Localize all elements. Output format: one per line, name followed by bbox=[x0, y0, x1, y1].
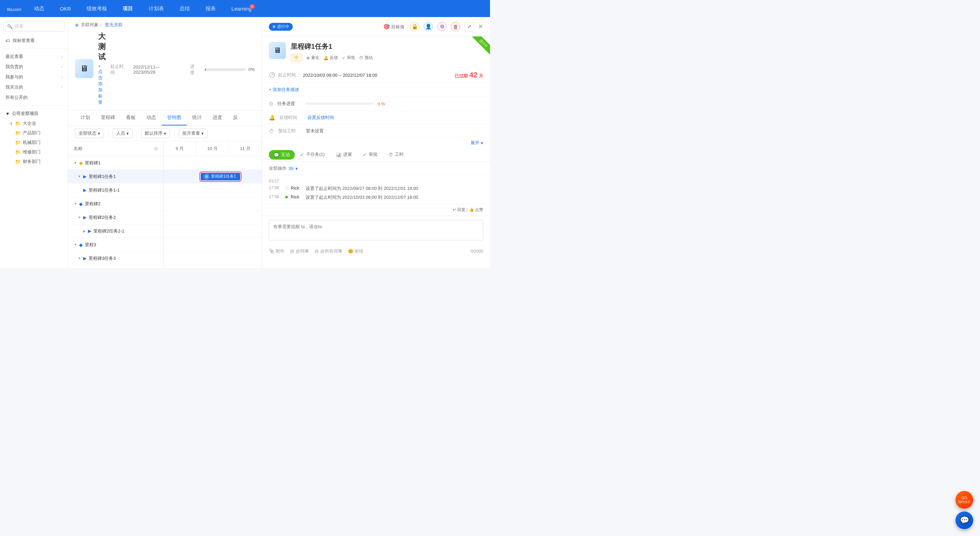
task-info: 里程碑1任务1 中 ⊕ 量化 🔔 反馈 ✓ 审批 bbox=[291, 42, 483, 62]
nav-dongtai[interactable]: 动态 bbox=[31, 4, 47, 13]
action-tab-approval[interactable]: ✓ 审批 bbox=[358, 148, 383, 162]
folder-icon: 📁 bbox=[15, 159, 21, 164]
progress-section: ⊙ 任务进度 0 % bbox=[262, 96, 490, 111]
sidebar-folder-product[interactable]: 📁 产品部门 bbox=[0, 128, 68, 138]
nav-baobiao[interactable]: 报表 bbox=[203, 4, 218, 13]
tab-tongji[interactable]: 统计 bbox=[187, 110, 207, 126]
sidebar-recent[interactable]: 最近查看 › bbox=[0, 51, 68, 62]
at-icon: @ bbox=[290, 249, 294, 254]
attachment-icon: 📎 bbox=[269, 249, 274, 254]
project-tabs: 计划 里程碑 看板 动态 甘特图 统计 进度 反 bbox=[68, 110, 262, 126]
nav-jihua[interactable]: 计划表 bbox=[146, 4, 167, 13]
badge-feedback[interactable]: 🔔 反馈 bbox=[323, 55, 338, 61]
tab-dongtai[interactable]: 动态 bbox=[141, 110, 162, 126]
user-icon[interactable]: 👤 bbox=[423, 22, 433, 31]
tab-fan[interactable]: 反 bbox=[228, 110, 243, 126]
close-btn[interactable]: ✕ bbox=[478, 23, 483, 30]
sidebar-participated[interactable]: 我参与的 › bbox=[0, 72, 68, 82]
gantt-header: 名称 ⊙ 9 月 10 月 11 月 bbox=[68, 141, 262, 156]
associated-value[interactable]: 暂无关联 bbox=[105, 22, 123, 28]
emoji-btn[interactable]: 😊 表情 bbox=[348, 248, 364, 254]
nav-jixiao[interactable]: 绩效考核 bbox=[84, 4, 110, 13]
priority-badge[interactable]: 中 bbox=[291, 54, 302, 62]
expand-icon[interactable]: ▼ bbox=[78, 175, 81, 178]
milestone-icon: ◆ bbox=[79, 242, 83, 247]
op-text: 设置了起止时间为 2022/10/03 08:00 到 2022/12/07 1… bbox=[305, 195, 483, 201]
tab-jindu[interactable]: 进度 bbox=[207, 110, 228, 126]
task-name-cell: ▼ ◆ 里程3 bbox=[68, 238, 164, 251]
feedback-time-value[interactable]: 设置反馈时间 bbox=[307, 115, 334, 121]
gantt-row: ▶ ▶ 里程碑3任务3-1 bbox=[68, 265, 262, 268]
at-all-btn[interactable]: @ @所有同事 bbox=[315, 248, 342, 254]
sidebar-folder-enterprise[interactable]: ▼ 📁 大企业 bbox=[0, 119, 68, 128]
filter-separator bbox=[108, 130, 108, 137]
sidebar-company-projects[interactable]: ▼ 公司全部项目 bbox=[0, 108, 68, 119]
progress-icon: ⊙ bbox=[269, 100, 273, 107]
badge-quantize[interactable]: ⊕ 量化 bbox=[306, 55, 319, 61]
filter-sort[interactable]: 默认排序 ▾ bbox=[141, 129, 170, 138]
add-description-btn[interactable]: + 添加任务描述 bbox=[262, 83, 490, 96]
op-date: 01/17 bbox=[269, 179, 483, 183]
tab-jihua[interactable]: 计划 bbox=[75, 110, 95, 126]
tab-gantt[interactable]: 甘特图 bbox=[162, 110, 187, 126]
filter-status[interactable]: 全部状态 ▾ bbox=[75, 129, 104, 138]
settings-icon[interactable]: ⊙ bbox=[154, 146, 158, 151]
chevron-down-icon[interactable]: ▾ bbox=[296, 166, 298, 171]
comment-input[interactable] bbox=[269, 220, 483, 240]
like-btn[interactable]: 👍 点赞 bbox=[469, 207, 483, 212]
tab-lichengbei[interactable]: 里程碑 bbox=[95, 110, 121, 126]
op-text: 设置了起止时间为 2022/09/27 08:00 到 2022/12/01 1… bbox=[305, 185, 483, 191]
nav-zongji[interactable]: 总结 bbox=[177, 4, 192, 13]
approval-icon2: ✓ bbox=[363, 152, 367, 157]
attachment-btn[interactable]: 📎 附件 bbox=[269, 248, 285, 254]
gantt-bar-area bbox=[164, 197, 262, 211]
expand-icon[interactable]: ▼ bbox=[73, 161, 77, 165]
sidebar-followed[interactable]: 我关注的 › bbox=[0, 82, 68, 93]
chevron-down-icon: ▼ bbox=[10, 122, 13, 126]
logo[interactable]: tita.com bbox=[7, 4, 21, 13]
filter-view[interactable]: 按月查看 ▾ bbox=[178, 129, 207, 138]
reply-icon: ↩ bbox=[453, 207, 456, 212]
sidebar-folder-machine[interactable]: 📁 机械部门 bbox=[0, 138, 68, 147]
expand-details-btn[interactable]: 展开 ▾ bbox=[471, 140, 483, 146]
chevron-right-icon: › bbox=[61, 75, 62, 79]
tab-kanban[interactable]: 看板 bbox=[121, 110, 141, 126]
lock-icon[interactable]: 🔒 bbox=[410, 22, 420, 31]
feedback-icon: 🔔 bbox=[323, 56, 328, 61]
sidebar-mine[interactable]: 我负责的 › bbox=[0, 62, 68, 72]
action-tab-subtask[interactable]: ✓ 子任务(1) bbox=[295, 148, 330, 162]
gantt-timeline-header: 9 月 10 月 11 月 bbox=[164, 141, 262, 156]
action-tab-progress[interactable]: 📊 进展 bbox=[330, 148, 358, 162]
nav-project[interactable]: 项目 bbox=[120, 4, 135, 13]
expand-icon[interactable]: ▼ bbox=[78, 215, 81, 219]
expand-icon[interactable]: ▶ bbox=[83, 229, 86, 233]
nav-learning[interactable]: LearningN bbox=[229, 5, 259, 13]
expand-icon[interactable]: ⤢ bbox=[465, 22, 474, 31]
trash-icon[interactable]: 🗑 bbox=[451, 22, 460, 31]
filter-person[interactable]: 人员 ▾ bbox=[113, 129, 132, 138]
expand-icon[interactable]: ▼ bbox=[73, 202, 77, 206]
nav-okr[interactable]: OKR bbox=[57, 5, 74, 13]
badge-estimate[interactable]: ⏱ 预估 bbox=[359, 55, 373, 61]
sidebar-by-tag[interactable]: 🏷 按标签查看 bbox=[0, 35, 68, 46]
search-input[interactable]: 🔍 搜索 bbox=[3, 21, 64, 31]
action-tab-hours[interactable]: ⏱ 工时 bbox=[383, 148, 409, 162]
sidebar-all-public[interactable]: 所有公开的 bbox=[0, 93, 68, 103]
folder-icon: 📁 bbox=[15, 149, 21, 155]
action-tab-interact[interactable]: 💬 互动 bbox=[269, 150, 295, 160]
expand-icon[interactable]: ▼ bbox=[73, 243, 77, 247]
at-colleague-btn[interactable]: @ @同事 bbox=[290, 248, 309, 254]
expand-icon[interactable]: ▼ bbox=[78, 257, 81, 260]
op-count: 35 bbox=[289, 166, 293, 171]
target-value-btn[interactable]: 🎯 目标值 bbox=[382, 22, 406, 31]
chevron-down-icon: ▾ bbox=[481, 140, 483, 145]
settings-icon[interactable]: ⚙ bbox=[437, 22, 447, 31]
badge-approval[interactable]: ✓ 审批 bbox=[342, 55, 355, 61]
add-tag-btn[interactable]: + 点击添加标签 bbox=[98, 64, 106, 105]
sidebar-folder-finance[interactable]: 📁 财务部门 bbox=[0, 157, 68, 166]
gantt-bar-task1[interactable]: 🖥 里程碑1任务1 bbox=[201, 173, 240, 180]
reply-btn[interactable]: ↩ 回复 bbox=[453, 207, 467, 212]
sidebar-folder-repair[interactable]: 📁 维修部门 bbox=[0, 147, 68, 157]
divider bbox=[0, 48, 68, 49]
clock-icon2: ⏱ bbox=[269, 128, 274, 134]
